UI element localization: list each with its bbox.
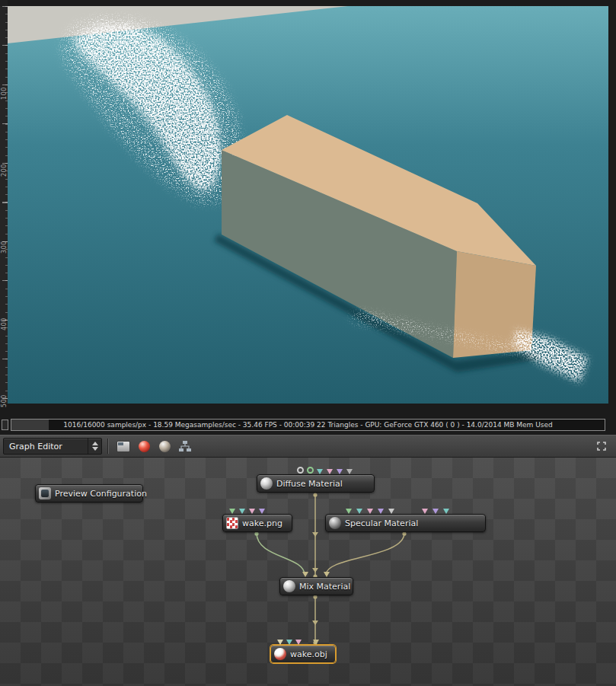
node-pin[interactable]: [324, 572, 330, 577]
toolbar-separator: [107, 439, 109, 454]
red-material-ball-icon[interactable]: [135, 438, 153, 455]
node-pin[interactable]: [356, 509, 362, 514]
node-pin[interactable]: [346, 469, 353, 474]
node-mix-material[interactable]: Mix Material: [279, 577, 353, 595]
node-editor[interactable]: Preview ConfigurationDiffuse Materialwak…: [0, 458, 616, 686]
node-pin[interactable]: [297, 467, 304, 474]
sphere-icon: [283, 580, 295, 592]
image-icon: [226, 517, 238, 529]
node-pin[interactable]: [239, 509, 245, 514]
node-network-icon[interactable]: [176, 438, 194, 455]
application-window: 100200300400500: [0, 0, 616, 686]
node-pin[interactable]: [422, 509, 428, 514]
ruler-label: 300: [1, 238, 8, 257]
render-progress-bar: 1016/16000 samples/px - 18.59 Megasample…: [11, 419, 605, 431]
node-pin[interactable]: [277, 640, 283, 645]
config-icon: [39, 487, 51, 499]
node-pin[interactable]: [327, 469, 333, 474]
material-ball-icon[interactable]: [155, 438, 174, 455]
node-label: wake.png: [242, 518, 282, 528]
ruler-corner: [0, 0, 8, 6]
node-pin[interactable]: [378, 509, 384, 514]
node-label: wake.obj: [290, 649, 327, 659]
node-pin[interactable]: [307, 467, 314, 474]
node-pin[interactable]: [367, 509, 373, 514]
node-pin[interactable]: [337, 469, 343, 474]
ruler-vertical: 100200300400500: [0, 6, 8, 404]
node-pin[interactable]: [259, 509, 265, 514]
node-specular-material[interactable]: Specular Material: [325, 514, 486, 532]
render-status-text: 1016/16000 samples/px - 18.59 Megasample…: [11, 420, 605, 430]
ruler-label: 400: [1, 315, 8, 333]
status-row: 1016/16000 samples/px - 18.59 Megasample…: [0, 418, 616, 433]
sphere-icon: [260, 477, 273, 490]
editor-select[interactable]: Graph Editor: [3, 438, 102, 455]
node-pin[interactable]: [302, 572, 308, 577]
node-pin[interactable]: [286, 640, 292, 645]
combo-arrows-icon[interactable]: [88, 439, 101, 454]
node-preview-configuration[interactable]: Preview Configuration: [35, 484, 143, 503]
render-viewport[interactable]: [8, 6, 608, 404]
ruler-label: 500: [1, 392, 8, 410]
expand-view-icon[interactable]: [592, 438, 611, 455]
node-pin[interactable]: [443, 509, 449, 514]
ball-icon: [274, 648, 286, 660]
graph-toolbar: Graph Editor: [0, 435, 616, 458]
node-label: Preview Configuration: [55, 489, 147, 499]
node-label: Mix Material: [299, 582, 350, 592]
node-pin[interactable]: [313, 640, 319, 645]
node-pin[interactable]: [229, 509, 235, 514]
new-graph-icon[interactable]: [114, 438, 132, 455]
node-pin[interactable]: [295, 640, 302, 645]
node-pin[interactable]: [432, 509, 439, 514]
ruler-label: 100: [1, 85, 8, 103]
node-pin[interactable]: [346, 509, 352, 514]
sphere-dark-icon: [329, 517, 341, 529]
status-grip: [2, 420, 8, 430]
node-label: Diffuse Material: [276, 479, 343, 489]
ruler-label: 200: [1, 161, 8, 180]
node-pin[interactable]: [249, 509, 255, 514]
render-image: [8, 6, 608, 404]
node-label: Specular Material: [345, 518, 418, 528]
node-pin[interactable]: [317, 469, 323, 474]
node-pin[interactable]: [388, 509, 394, 514]
editor-select-label: Graph Editor: [4, 442, 88, 451]
node-diffuse-material[interactable]: Diffuse Material: [257, 474, 375, 493]
node-wake-obj[interactable]: wake.obj: [270, 645, 336, 663]
node-wake-png[interactable]: wake.png: [222, 514, 292, 532]
